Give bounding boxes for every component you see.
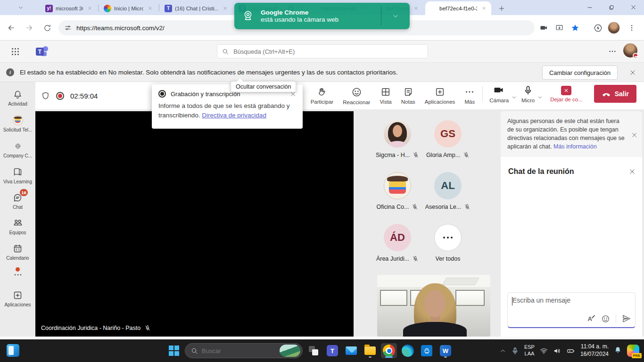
change-settings-button[interactable]: Cambiar configuración xyxy=(542,66,618,80)
message-input[interactable] xyxy=(512,296,630,304)
browser-menu-icon[interactable] xyxy=(625,21,638,34)
start-button[interactable] xyxy=(166,343,182,358)
bookmark-star-icon[interactable] xyxy=(569,21,582,34)
participant-tile[interactable]: GS Gloria Amp... xyxy=(421,120,475,158)
window-minimize-button[interactable] xyxy=(579,0,601,15)
taskbar-clock[interactable]: 11:04 a. m. 16/07/2024 xyxy=(580,343,609,358)
tab-close-icon[interactable] xyxy=(412,5,420,12)
search-highlight-thumbnail[interactable] xyxy=(280,345,300,357)
people-icon xyxy=(13,217,23,229)
forward-icon[interactable] xyxy=(23,21,36,34)
self-video-tile[interactable] xyxy=(377,275,490,337)
tray-chevron-up-icon[interactable] xyxy=(500,348,506,354)
taskbar-teams-icon[interactable]: T xyxy=(324,343,340,358)
toolbar-participar-button[interactable]: Participar xyxy=(306,84,339,107)
toolbar-reaccionar-button[interactable]: Reaccionar xyxy=(338,84,375,107)
sidebar-item-viva-learning[interactable]: Viva Learning xyxy=(0,166,35,184)
widgets-icon[interactable] xyxy=(7,344,19,357)
toolbar-mas-button[interactable]: Más xyxy=(460,84,479,107)
format-icon[interactable]: A xyxy=(588,315,595,322)
taskbar-search[interactable] xyxy=(185,343,303,358)
app-launcher-icon[interactable] xyxy=(12,48,19,55)
message-composer[interactable]: A xyxy=(507,292,636,328)
teams-search-box[interactable] xyxy=(217,44,428,58)
mic-options-chevron-icon[interactable] xyxy=(537,95,543,100)
volume-icon[interactable] xyxy=(553,347,561,355)
language-indicator[interactable]: ESP LAA xyxy=(524,344,535,357)
taskbar-search-input[interactable] xyxy=(202,347,272,354)
sidebar-item-chat[interactable]: 16 Chat xyxy=(0,192,35,210)
yammer-icon: y! xyxy=(45,5,53,12)
camera-permission-icon[interactable] xyxy=(537,21,551,34)
sidebar-item-aplicaciones[interactable]: Aplicaciones xyxy=(0,289,35,307)
new-tab-button[interactable] xyxy=(496,3,507,14)
taskbar-word-icon[interactable]: W xyxy=(438,343,454,358)
copilot-icon[interactable]: PRE xyxy=(627,345,639,357)
teams-header-more-icon[interactable] xyxy=(608,47,617,58)
tab-search-chevron-icon[interactable] xyxy=(14,2,27,13)
teams-search-input[interactable] xyxy=(233,48,423,55)
camera-button[interactable]: Cámara xyxy=(487,84,511,103)
participant-tile[interactable]: Sigcma - H... xyxy=(370,120,425,158)
sidebar-item-calendario[interactable]: Calendario xyxy=(0,243,35,261)
tab-close-icon[interactable] xyxy=(146,5,154,12)
leave-button[interactable]: Salir xyxy=(594,85,636,103)
tab-title: bef72ec4-f1e0-3... xyxy=(439,6,477,11)
taskbar-file-explorer-icon[interactable] xyxy=(362,343,378,358)
meeting-chat-panel: Algunas personas de este chat están fuer… xyxy=(501,111,642,337)
toolbar-notas-button[interactable]: Notas xyxy=(396,84,420,107)
toolbar-vista-button[interactable]: Vista xyxy=(375,84,396,107)
meeting-toolbar: 02:59:04 Chat 96 Gente Participar xyxy=(35,82,644,109)
sidebar-item-actividad[interactable]: Actividad xyxy=(0,89,35,107)
camera-icon xyxy=(493,84,505,96)
mic-button[interactable]: Micro xyxy=(520,85,537,103)
battery-icon[interactable] xyxy=(566,347,575,355)
wifi-icon[interactable] xyxy=(540,347,548,355)
participant-tile[interactable]: Oficina Co... xyxy=(370,172,425,210)
emoji-icon[interactable] xyxy=(601,314,610,323)
browser-profile-avatar[interactable] xyxy=(607,21,620,34)
mic-off-icon xyxy=(463,152,470,158)
participant-tile[interactable]: ÁD Área Juridi... xyxy=(370,224,425,262)
notification-bell-icon[interactable] xyxy=(614,346,622,356)
browser-tab-active[interactable]: bef72ec4-f1e0-3... xyxy=(425,1,491,15)
notification-expand-chevron-icon[interactable] xyxy=(381,13,410,19)
notice-close-icon[interactable] xyxy=(631,132,637,138)
window-restore-button[interactable] xyxy=(601,0,622,15)
privacy-policy-link[interactable]: Directiva de privacidad xyxy=(202,112,266,119)
stop-sharing-button[interactable]: Dejar de co... xyxy=(550,86,582,102)
tab-close-icon[interactable] xyxy=(221,5,229,12)
reload-icon[interactable] xyxy=(41,21,54,34)
window-close-button[interactable] xyxy=(622,0,644,15)
teams-profile-avatar[interactable] xyxy=(623,43,637,58)
raise-hand-icon xyxy=(317,87,327,97)
sidebar-item-more[interactable] xyxy=(0,267,35,278)
browser-tab[interactable]: y! microsoft 365 - ... xyxy=(41,1,97,15)
back-icon[interactable] xyxy=(5,21,18,34)
taskbar-mail-icon[interactable] xyxy=(343,343,359,358)
browser-tab[interactable]: Inicio | Microsof... xyxy=(100,1,157,15)
task-view-button[interactable] xyxy=(305,343,322,358)
participant-tile[interactable]: AL Asesoria Le... xyxy=(421,172,475,210)
taskbar-edge-icon[interactable] xyxy=(400,343,416,358)
toolbar-aplicaciones-button[interactable]: Aplicaciones xyxy=(420,84,460,107)
taskbar-scanner-icon[interactable] xyxy=(419,343,435,358)
banner-close-icon[interactable] xyxy=(627,67,638,78)
site-info-icon[interactable] xyxy=(64,24,72,32)
tab-close-icon[interactable] xyxy=(86,5,93,12)
camera-usage-notification[interactable]: Google Chrome está usando la cámara web xyxy=(234,3,410,29)
sidebar-item-equipos[interactable]: Equipos xyxy=(0,217,35,235)
install-app-icon[interactable] xyxy=(553,21,566,34)
camera-options-chevron-icon[interactable] xyxy=(512,95,517,100)
tab-close-icon[interactable] xyxy=(480,5,487,12)
taskbar-chrome-icon[interactable] xyxy=(381,343,397,358)
browser-tab[interactable]: T (16) Chat | Cristi... xyxy=(161,1,232,15)
sidebar-item-company[interactable]: Company C... xyxy=(0,140,35,158)
send-icon[interactable] xyxy=(622,314,631,323)
extension-icon[interactable] xyxy=(591,21,604,34)
tray-mic-icon[interactable] xyxy=(511,347,519,355)
sidebar-item-solicitud[interactable]: Solicitud Tel... xyxy=(0,115,35,132)
more-info-link[interactable]: Más información xyxy=(553,143,597,150)
see-all-participants-tile[interactable]: Ver todos xyxy=(421,224,475,262)
chat-panel-close-icon[interactable] xyxy=(629,168,636,175)
